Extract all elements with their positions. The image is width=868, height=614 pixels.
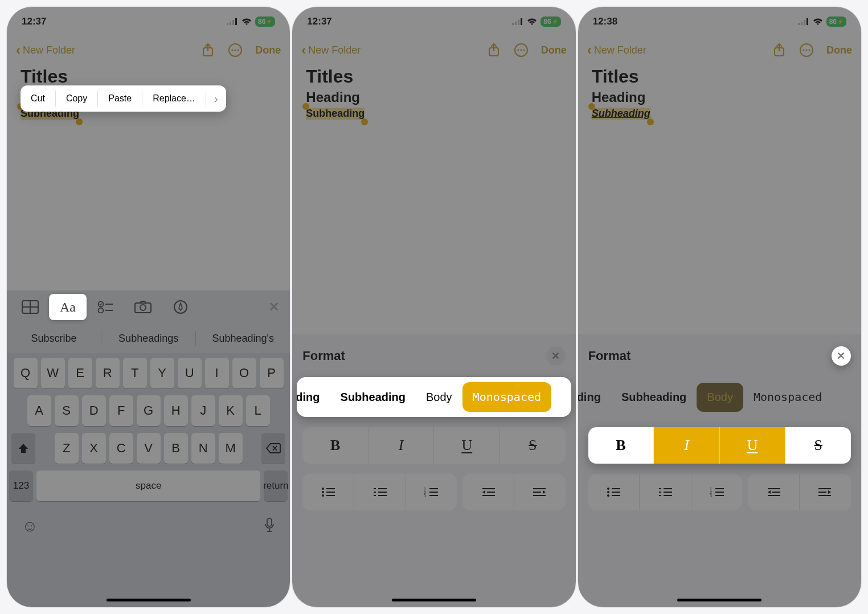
bulleted-list-icon[interactable] bbox=[588, 474, 640, 510]
checklist-icon[interactable] bbox=[87, 294, 124, 320]
shift-key[interactable] bbox=[11, 433, 35, 464]
dashed-list-icon[interactable] bbox=[640, 474, 691, 510]
style-subheading[interactable]: Subheading bbox=[330, 383, 416, 412]
style-heading-partial[interactable]: ding bbox=[578, 383, 611, 412]
done-button[interactable]: Done bbox=[255, 44, 281, 56]
numbered-list-icon[interactable]: 123 bbox=[691, 474, 743, 510]
strike-button[interactable]: S bbox=[500, 427, 566, 464]
predict-1[interactable]: Subscribe bbox=[7, 333, 101, 345]
menu-replace[interactable]: Replace… bbox=[142, 85, 206, 112]
svg-rect-1 bbox=[230, 22, 231, 25]
close-icon[interactable]: ✕ bbox=[832, 346, 851, 366]
key-o[interactable]: O bbox=[232, 358, 256, 388]
key-n[interactable]: N bbox=[191, 433, 215, 464]
style-monospaced[interactable]: Monospaced bbox=[743, 382, 832, 412]
key-s[interactable]: S bbox=[55, 395, 79, 426]
underline-button[interactable]: U bbox=[720, 427, 786, 464]
key-i[interactable]: I bbox=[205, 358, 229, 388]
key-z[interactable]: Z bbox=[55, 433, 79, 464]
svg-rect-22 bbox=[518, 20, 519, 25]
share-icon[interactable] bbox=[486, 43, 501, 58]
key-r[interactable]: R bbox=[96, 358, 120, 388]
done-button[interactable]: Done bbox=[541, 44, 567, 56]
menu-cut[interactable]: Cut bbox=[21, 85, 55, 112]
done-button[interactable]: Done bbox=[826, 44, 852, 56]
share-icon[interactable] bbox=[200, 43, 215, 58]
dictation-key[interactable] bbox=[264, 517, 275, 535]
style-monospaced[interactable]: Monospaced bbox=[462, 382, 551, 412]
key-u[interactable]: U bbox=[178, 358, 202, 388]
key-q[interactable]: Q bbox=[14, 358, 38, 388]
indent-icon[interactable] bbox=[800, 474, 851, 510]
key-g[interactable]: G bbox=[137, 395, 161, 426]
backspace-key[interactable] bbox=[261, 433, 285, 464]
key-y[interactable]: Y bbox=[150, 358, 174, 388]
close-icon[interactable]: ✕ bbox=[546, 346, 566, 366]
home-indicator[interactable] bbox=[677, 599, 761, 601]
markup-icon[interactable] bbox=[162, 294, 199, 320]
key-t[interactable]: T bbox=[123, 358, 147, 388]
back-button[interactable]: ‹ New Folder bbox=[587, 42, 646, 58]
key-w[interactable]: W bbox=[41, 358, 65, 388]
camera-icon[interactable] bbox=[124, 294, 162, 320]
toolbar-close-icon[interactable]: ✕ bbox=[268, 299, 285, 315]
space-key[interactable]: space bbox=[36, 470, 260, 501]
key-p[interactable]: P bbox=[260, 358, 284, 388]
bold-button[interactable]: B bbox=[302, 427, 369, 464]
note-body[interactable]: Titles Heading Subheading bbox=[578, 64, 861, 122]
underline-button[interactable]: U bbox=[434, 427, 500, 464]
strike-button[interactable]: S bbox=[785, 427, 851, 464]
key-h[interactable]: H bbox=[164, 395, 188, 426]
outdent-icon[interactable] bbox=[748, 474, 800, 510]
selection-handle-end[interactable] bbox=[76, 118, 83, 125]
style-heading-partial[interactable]: ding bbox=[297, 383, 330, 412]
bold-button[interactable]: B bbox=[588, 427, 654, 464]
back-button[interactable]: ‹ New Folder bbox=[301, 42, 361, 58]
text-style-picker[interactable]: ding Subheading Body Monospaced bbox=[297, 377, 571, 417]
key-d[interactable]: D bbox=[82, 395, 106, 426]
more-icon[interactable] bbox=[228, 43, 243, 58]
key-v[interactable]: V bbox=[137, 433, 161, 464]
dashed-list-icon[interactable] bbox=[354, 474, 406, 510]
more-icon[interactable] bbox=[514, 43, 529, 58]
back-button[interactable]: ‹ New Folder bbox=[16, 42, 75, 58]
italic-button[interactable]: I bbox=[369, 427, 435, 464]
key-x[interactable]: X bbox=[82, 433, 106, 464]
key-f[interactable]: F bbox=[109, 395, 133, 426]
menu-more-arrow[interactable]: › bbox=[206, 92, 226, 105]
indent-icon[interactable] bbox=[514, 474, 566, 510]
italic-button[interactable]: I bbox=[654, 427, 720, 464]
home-indicator[interactable] bbox=[392, 599, 476, 601]
menu-copy[interactable]: Copy bbox=[56, 85, 97, 112]
selection-handle-end[interactable] bbox=[647, 118, 654, 125]
style-subheading[interactable]: Subheading bbox=[611, 383, 697, 412]
key-l[interactable]: L bbox=[246, 395, 270, 426]
selection-handle-start[interactable] bbox=[588, 103, 595, 110]
key-b[interactable]: B bbox=[164, 433, 188, 464]
key-j[interactable]: J bbox=[191, 395, 215, 426]
table-icon[interactable] bbox=[11, 294, 49, 320]
predict-3[interactable]: Subheading's bbox=[196, 333, 290, 345]
outdent-icon[interactable] bbox=[462, 474, 514, 510]
numbered-list-icon[interactable]: 123 bbox=[406, 474, 457, 510]
note-body[interactable]: Titles Heading Subheading bbox=[292, 64, 575, 122]
key-a[interactable]: A bbox=[27, 395, 51, 426]
home-indicator[interactable] bbox=[107, 599, 191, 601]
key-m[interactable]: M bbox=[219, 433, 243, 464]
text-format-icon[interactable]: Aa bbox=[49, 294, 87, 320]
share-icon[interactable] bbox=[772, 43, 787, 58]
predict-2[interactable]: Subheadings bbox=[101, 333, 195, 345]
more-icon[interactable] bbox=[799, 43, 814, 58]
emoji-key[interactable]: ☺ bbox=[22, 517, 38, 535]
key-k[interactable]: K bbox=[219, 395, 243, 426]
style-body[interactable]: Body bbox=[697, 383, 743, 412]
key-c[interactable]: C bbox=[109, 433, 133, 464]
key-e[interactable]: E bbox=[68, 358, 92, 388]
text-style-picker[interactable]: ding Subheading Body Monospaced bbox=[578, 377, 861, 417]
menu-paste[interactable]: Paste bbox=[98, 85, 142, 112]
bulleted-list-icon[interactable] bbox=[302, 474, 354, 510]
numbers-key[interactable]: 123 bbox=[9, 470, 33, 501]
return-key[interactable]: return bbox=[264, 470, 288, 501]
selection-handle-end[interactable] bbox=[361, 118, 368, 125]
style-body[interactable]: Body bbox=[416, 383, 462, 412]
